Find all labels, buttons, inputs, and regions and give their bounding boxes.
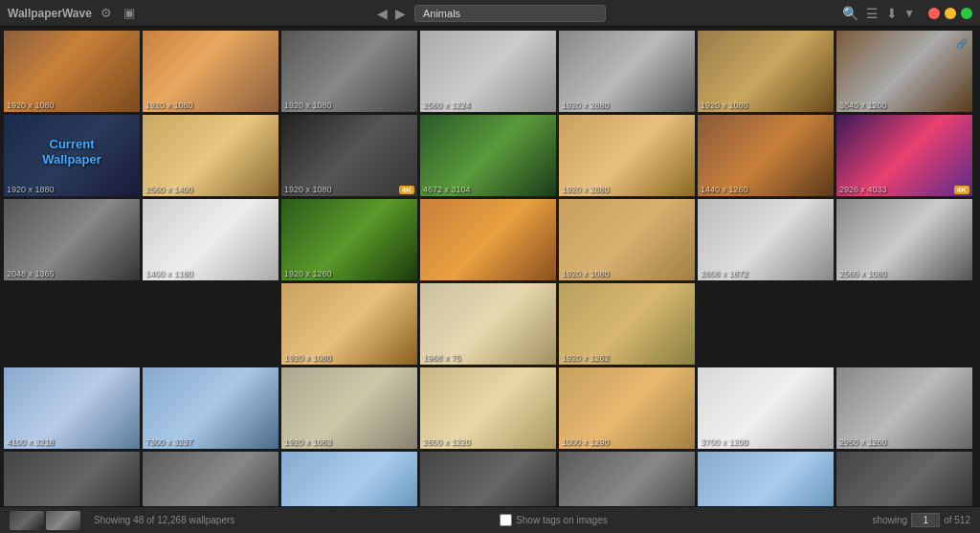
of-total-label: of 512 bbox=[944, 515, 970, 525]
wallpaper-thumb-small-animal[interactable]: 2048 x 1365 bbox=[4, 199, 140, 280]
wifi-icon: ▼ bbox=[903, 7, 915, 20]
page-nav: showing of 512 bbox=[872, 513, 970, 527]
wallpaper-thumb-husky[interactable]: 2560 x 1080 bbox=[836, 199, 972, 280]
wallpaper-thumb-piglet[interactable]: 1920 x 1080 bbox=[281, 31, 417, 112]
thumb-resolution-label: 1000 x 1290 bbox=[562, 437, 610, 447]
wallpaper-thumb-lion-adult[interactable]: 1920 x 1080 bbox=[559, 199, 695, 280]
wallpaper-grid-container: 1920 x 10801920 x 10801920 x 10802560 x … bbox=[0, 27, 980, 506]
maximize-button[interactable] bbox=[961, 8, 972, 19]
footer-thumb-strip bbox=[10, 511, 80, 530]
nav-back-button[interactable]: ◀ bbox=[374, 6, 390, 21]
thumb-resolution-label: 2808 x 1872 bbox=[701, 269, 748, 278]
wallpaper-thumb-misc2[interactable] bbox=[143, 452, 278, 506]
wallpaper-thumb-kittens[interactable]: 1400 x 1180 bbox=[143, 199, 278, 280]
thumb-resolution-label: 1920 x 1063 bbox=[284, 437, 332, 447]
settings-icon[interactable]: ⚙ bbox=[98, 5, 115, 22]
footer-mini-thumb bbox=[10, 511, 44, 530]
thumb-4k-badge: 4K bbox=[954, 186, 969, 194]
thumb-resolution-label: 1920 x 2880 bbox=[562, 185, 610, 194]
wallpaper-thumb-rabbit-corn[interactable]: 1968 x 75 bbox=[420, 283, 556, 365]
thumb-resolution-label: 1920 x 1080 bbox=[284, 353, 332, 363]
thumb-checkmark: ✓ bbox=[956, 34, 969, 53]
wallpaper-thumb-mongoose[interactable]: 1920 x 1080 bbox=[698, 31, 834, 112]
app-footer: Showing 48 of 12,268 wallpapers Show tag… bbox=[0, 506, 980, 533]
wallpaper-thumb-misc3[interactable] bbox=[281, 452, 417, 506]
thumb-resolution-label: 2926 x 4033 bbox=[839, 185, 887, 194]
thumb-resolution-label: 3840 x 1200 bbox=[839, 100, 887, 110]
thumb-resolution-label: 2048 x 1365 bbox=[7, 269, 55, 278]
header-right: 🔍 ☰ ⬇ bbox=[842, 6, 898, 21]
address-bar[interactable]: Animals bbox=[414, 5, 606, 22]
wallpaper-thumb-lion-cub[interactable]: 1920 x 2880 bbox=[559, 115, 695, 196]
thumb-resolution-label: 1920 x 1080 bbox=[562, 269, 610, 278]
thumb-resolution-label: 1920 x 1880 bbox=[7, 185, 55, 194]
thumb-resolution-label: 4672 x 3104 bbox=[423, 185, 471, 194]
thumb-resolution-label: 1920 x 1260 bbox=[284, 269, 332, 278]
app-logo: WallpaperWave bbox=[8, 7, 92, 20]
page-number-input[interactable] bbox=[911, 513, 940, 527]
nav-arrows: ◀ ▶ bbox=[374, 6, 409, 21]
thumb-resolution-label: 1400 x 1180 bbox=[145, 269, 193, 278]
address-text: Animals bbox=[423, 8, 460, 19]
thumb-resolution-label: 1968 x 75 bbox=[423, 353, 461, 363]
traffic-lights bbox=[928, 8, 972, 19]
list-view-icon[interactable]: ☰ bbox=[866, 6, 879, 21]
wallpaper-thumb-tiger-run[interactable] bbox=[420, 199, 556, 280]
footer-mini-thumb bbox=[46, 511, 80, 530]
wallpaper-thumb-elephant-pair[interactable]: 2560 x 1224 bbox=[420, 31, 556, 112]
thumb-resolution-label: 1920 x 1080 bbox=[145, 100, 193, 110]
wallpaper-thumb-fox-field[interactable]: 1920 x 1080 bbox=[281, 283, 417, 365]
showing-prefix: showing bbox=[872, 515, 907, 525]
thumb-resolution-label: 7300 x 3237 bbox=[145, 437, 193, 447]
show-tags-label: Show tags on images bbox=[516, 515, 608, 525]
wallpaper-thumb-tiger-white[interactable]: 3700 x 1200 bbox=[698, 367, 834, 449]
wallpaper-thumb-snake[interactable]: 1920 x 1260 bbox=[281, 199, 417, 280]
wallpaper-thumb-horse[interactable]: 1440 x 1260 bbox=[698, 115, 834, 196]
wallpaper-thumb-goat[interactable]: 2808 x 1872 bbox=[698, 199, 834, 280]
wallpaper-thumb-bird[interactable]: 4100 x 3218 bbox=[4, 367, 140, 449]
wallpaper-thumb-abstract-art[interactable]: 2926 x 40334K bbox=[836, 115, 972, 196]
wallpaper-thumb-misc7[interactable] bbox=[836, 452, 972, 506]
thumb-resolution-label: 2600 x 1220 bbox=[423, 437, 471, 447]
wallpaper-thumb-tree-field[interactable]: 4672 x 3104 bbox=[420, 115, 556, 196]
thumb-resolution-label: 2950 x 1260 bbox=[839, 437, 887, 447]
app-header: WallpaperWave ⚙ ▣ ◀ ▶ Animals 🔍 ☰ ⬇ ▼ bbox=[0, 0, 980, 27]
wallpaper-thumb-believe[interactable]: 1920 x 10804K bbox=[281, 115, 417, 196]
wallpaper-thumb-fox-desert[interactable]: 1920 x 1080 bbox=[4, 31, 140, 112]
wallpaper-thumb-bears-group[interactable]: 1000 x 1290 bbox=[559, 367, 695, 449]
wallpaper-thumb-misc1[interactable] bbox=[4, 452, 140, 506]
show-tags-input[interactable] bbox=[500, 514, 512, 526]
current-wallpaper-label: Current Wallpaper bbox=[42, 136, 101, 168]
showing-count-label: Showing 48 of 12,268 wallpapers bbox=[94, 515, 234, 525]
search-icon[interactable]: 🔍 bbox=[842, 6, 858, 21]
wallpaper-thumb-deer[interactable]: 2600 x 1220 bbox=[420, 367, 556, 449]
show-tags-checkbox[interactable]: Show tags on images bbox=[500, 514, 608, 526]
minimize-button[interactable] bbox=[945, 8, 956, 19]
wallpaper-thumb-eagle[interactable]: 7300 x 3237 bbox=[143, 367, 278, 449]
wallpaper-thumb-meerkat[interactable]: 1920 x 1262 bbox=[559, 283, 695, 365]
thumb-resolution-label: 1920 x 1080 bbox=[284, 100, 332, 110]
wallpaper-thumb-kitten-cat[interactable]: 1920 x 1063 bbox=[281, 367, 417, 449]
wallpaper-thumb-bear-rocks[interactable]: 3840 x 1200✓ bbox=[836, 31, 972, 112]
wallpaper-grid: 1920 x 10801920 x 10801920 x 10802560 x … bbox=[4, 31, 976, 506]
wallpaper-thumb-misc6[interactable] bbox=[698, 452, 834, 506]
wallpaper-thumb-koala[interactable]: 2950 x 1260 bbox=[836, 367, 972, 449]
thumb-4k-badge: 4K bbox=[399, 186, 414, 194]
wallpaper-thumb-elephants-row[interactable]: 1920 x 2880 bbox=[559, 31, 695, 112]
download-icon[interactable]: ⬇ bbox=[886, 6, 898, 21]
wallpaper-thumb-misc4[interactable] bbox=[420, 452, 556, 506]
thumb-resolution-label: 4100 x 3218 bbox=[7, 437, 55, 447]
wallpaper-thumb-misc5[interactable] bbox=[559, 452, 695, 506]
thumb-resolution-label: 1920 x 1080 bbox=[284, 185, 332, 194]
thumb-resolution-label: 3700 x 1200 bbox=[701, 437, 748, 447]
wallpaper-thumb-fox-red[interactable]: 1920 x 1080 bbox=[143, 31, 278, 112]
wallpaper-thumb-cheetah[interactable]: 2560 x 1400 bbox=[143, 115, 278, 196]
thumb-resolution-label: 1920 x 1080 bbox=[7, 100, 55, 110]
thumb-resolution-label: 1920 x 2880 bbox=[562, 100, 610, 110]
monitor-icon[interactable]: ▣ bbox=[121, 5, 138, 22]
nav-forward-button[interactable]: ▶ bbox=[392, 6, 409, 21]
close-button[interactable] bbox=[928, 8, 940, 19]
wallpaper-thumb-current-wp[interactable]: Current Wallpaper1920 x 1880 bbox=[4, 115, 140, 196]
thumb-resolution-label: 2560 x 1400 bbox=[145, 185, 193, 194]
thumb-resolution-label: 2560 x 1080 bbox=[839, 269, 887, 278]
